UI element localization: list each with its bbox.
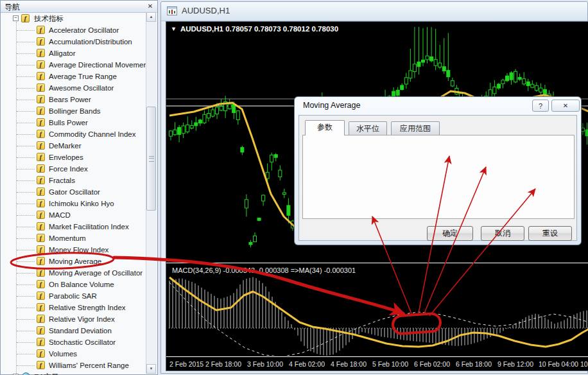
sidebar-item-average-directional-movemen[interactable]: fAverage Directional Movemen <box>1 59 148 71</box>
indicator-icon: f <box>37 95 45 103</box>
time-axis-label: 2 Feb 18:00 <box>205 360 241 368</box>
reset-button[interactable]: 重设 <box>528 226 572 241</box>
cancel-button[interactable]: 取消 <box>481 226 524 241</box>
tree-connector <box>17 204 35 204</box>
sidebar-item-williams-percent-range[interactable]: fWilliams' Percent Range <box>1 360 148 371</box>
indicator-icon: f <box>37 141 45 150</box>
moving-average-dialog: Moving Average ? ✕ 参数 水平位 应用范围 时间周期: 34 … <box>294 96 582 245</box>
sidebar-item-bulls-power[interactable]: fBulls Power <box>1 117 148 128</box>
navigator-titlebar[interactable]: 导航 ✕ <box>1 1 157 13</box>
sidebar-item-relative-strength-index[interactable]: fRelative Strength Index <box>1 302 148 313</box>
close-icon[interactable]: ✕ <box>145 1 155 11</box>
sidebar-item-root[interactable]: −f技术指标 <box>1 13 148 24</box>
sidebar-item-standard-deviation[interactable]: fStandard Deviation <box>1 325 148 336</box>
dialog-title: Moving Average <box>303 101 360 110</box>
dialog-body: 参数 水平位 应用范围 时间周期: 34 平移: 0 移动平均: Exponen… <box>298 115 577 241</box>
sidebar-item-envelopes[interactable]: fEnvelopes <box>1 152 148 163</box>
sidebar-item-gator-oscillator[interactable]: fGator Oscillator <box>1 186 148 198</box>
time-axis-label: 4 Feb 18:00 <box>331 360 367 368</box>
sidebar-item-commodity-channel-index[interactable]: fCommodity Channel Index <box>1 128 148 140</box>
indicator-icon: f <box>37 107 45 115</box>
indicator-icon: f <box>37 234 45 242</box>
expert-advisors-icon <box>22 372 30 375</box>
indicator-icon: f <box>37 268 45 277</box>
indicator-icon: f <box>37 349 45 358</box>
indicator-icon: f <box>37 164 45 173</box>
indicator-icon: f <box>37 315 45 323</box>
sidebar-item-ea[interactable]: +EA交易 <box>1 371 148 375</box>
tree-connector <box>17 111 35 112</box>
indicator-tree: −f技术指标fAccelerator OscillatorfAccumulati… <box>1 12 148 375</box>
tree-connector <box>17 192 35 193</box>
scroll-up-icon[interactable]: ▲ <box>146 12 156 22</box>
sidebar-item-force-index[interactable]: fForce Index <box>1 163 148 175</box>
tree-connector <box>17 180 35 181</box>
tree-connector <box>17 53 35 54</box>
sidebar-item-macd[interactable]: fMACD <box>1 209 148 221</box>
indicator-icon: f <box>37 153 45 161</box>
sidebar-item-bollinger-bands[interactable]: fBollinger Bands <box>1 105 148 117</box>
parameters-tab-page <box>302 135 575 219</box>
tree-connector <box>17 146 35 146</box>
sidebar-item-bears-power[interactable]: fBears Power <box>1 94 148 105</box>
help-button[interactable]: ? <box>532 100 549 112</box>
sidebar-item-accumulation-distribution[interactable]: fAccumulation/Distribution <box>1 36 148 48</box>
dialog-close-button[interactable]: ✕ <box>551 100 580 112</box>
tab-levels[interactable]: 水平位 <box>349 121 387 135</box>
navigator-panel: 导航 ✕ −f技术指标fAccelerator OscillatorfAccum… <box>0 0 158 375</box>
tree-connector <box>17 76 35 77</box>
indicator-icon: f <box>37 257 45 265</box>
indicator-icon: f <box>37 118 45 126</box>
sidebar-item-average-true-range[interactable]: fAverage True Range <box>1 71 148 82</box>
sidebar-item-relative-vigor-index[interactable]: fRelative Vigor Index <box>1 313 148 325</box>
sidebar-item-moving-average-of-oscillator[interactable]: fMoving Average of Oscillator <box>1 267 148 279</box>
indicator-icon: f <box>37 72 45 80</box>
tree-connector <box>17 215 35 216</box>
indicator-icon: f <box>37 37 45 46</box>
tab-parameters[interactable]: 参数 <box>305 120 345 135</box>
tree-connector <box>17 342 35 343</box>
time-axis-label: 10 Feb 04:00 <box>539 360 578 368</box>
sidebar-item-money-flow-index[interactable]: fMoney Flow Index <box>1 244 148 256</box>
indicator-icon: f <box>37 245 45 254</box>
sidebar-item-demarker[interactable]: fDeMarker <box>1 140 148 152</box>
navigator-scrollbar[interactable]: ▲ ▼ <box>146 12 157 374</box>
sidebar-item-fractals[interactable]: fFractals <box>1 175 148 186</box>
tree-connector <box>17 331 35 331</box>
sidebar-item-parabolic-sar[interactable]: fParabolic SAR <box>1 290 148 302</box>
tree-expander-icon[interactable]: − <box>13 15 19 21</box>
sidebar-item-momentum[interactable]: fMomentum <box>1 232 148 244</box>
tree-connector <box>17 250 35 250</box>
time-axis-label: 9 Feb 12:00 <box>497 360 533 368</box>
sidebar-item-volumes[interactable]: fVolumes <box>1 348 148 360</box>
ok-button[interactable]: 确定 <box>427 226 473 241</box>
indicator-icon: f <box>37 130 45 138</box>
scroll-down-icon[interactable]: ▼ <box>146 364 156 374</box>
tree-root-label[interactable]: 技术指标 <box>34 13 64 24</box>
tree-connector <box>17 308 35 308</box>
dialog-titlebar[interactable]: Moving Average ? ✕ <box>295 97 581 115</box>
tree-connector <box>17 88 35 89</box>
chart-window-titlebar[interactable]: AUDUSD,H1 <box>161 2 587 21</box>
tree-connector <box>17 169 35 170</box>
sidebar-item-stochastic-oscillator[interactable]: fStochastic Oscillator <box>1 336 148 348</box>
tree-connector <box>17 273 35 274</box>
sidebar-item-market-facilitation-index[interactable]: fMarket Facilitation Index <box>1 221 148 232</box>
sidebar-item-alligator[interactable]: fAlligator <box>1 48 148 59</box>
chart-quote-header: ▼AUDUSD,H1 0.78057 0.78073 0.78012 0.780… <box>171 25 338 33</box>
chart-collapse-icon[interactable]: ▼ <box>171 26 177 32</box>
tree-connector <box>17 65 35 65</box>
sidebar-item-awesome-oscillator[interactable]: fAwesome Oscillator <box>1 82 148 94</box>
indicator-icon: f <box>37 338 45 346</box>
indicator-icon: f <box>37 303 45 311</box>
quote-text: AUDUSD,H1 0.78057 0.78073 0.78012 0.7803… <box>180 25 338 33</box>
indicator-icon: f <box>37 176 45 184</box>
sidebar-item-moving-average[interactable]: fMoving Average <box>1 256 148 267</box>
indicator-icon: f <box>37 49 45 57</box>
tab-visualization[interactable]: 应用范围 <box>391 121 440 135</box>
sidebar-item-accelerator-oscillator[interactable]: fAccelerator Oscillator <box>1 24 148 36</box>
sidebar-item-on-balance-volume[interactable]: fOn Balance Volume <box>1 279 148 290</box>
sidebar-item-ichimoku-kinko-hyo[interactable]: fIchimoku Kinko Hyo <box>1 198 148 209</box>
scrollbar-thumb[interactable] <box>146 107 156 211</box>
macd-label: MACD(34,26,9) -0.000343 -0.000308 =>MA(3… <box>172 266 356 274</box>
